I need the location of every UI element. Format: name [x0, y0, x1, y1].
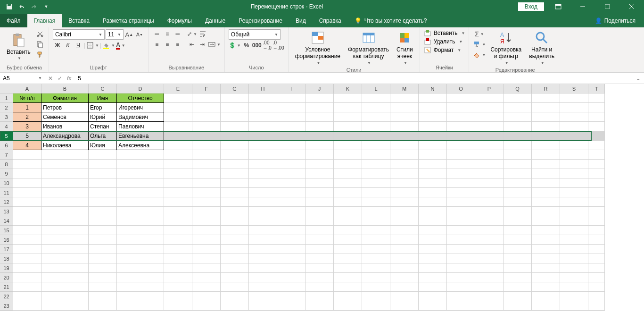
column-header[interactable]: F	[192, 84, 221, 93]
cell[interactable]	[504, 235, 532, 245]
cell[interactable]	[532, 188, 560, 197]
cell[interactable]	[419, 226, 447, 235]
cell[interactable]	[249, 273, 277, 282]
cell[interactable]	[362, 273, 390, 282]
merge-button[interactable]: ▼	[208, 40, 221, 49]
cell[interactable]	[362, 178, 390, 188]
cell[interactable]	[117, 160, 164, 169]
cell[interactable]	[588, 131, 605, 141]
row-header[interactable]: 10	[0, 178, 13, 188]
expand-formula-bar-icon[interactable]: ⌄	[633, 75, 644, 82]
cell[interactable]	[532, 131, 560, 141]
cell[interactable]	[221, 93, 249, 103]
cell[interactable]	[277, 150, 305, 160]
cell[interactable]	[41, 169, 89, 178]
cell[interactable]	[588, 188, 605, 197]
cell[interactable]	[277, 216, 305, 226]
cell[interactable]	[249, 292, 277, 301]
login-button[interactable]: Вход	[518, 2, 544, 11]
cell[interactable]	[192, 207, 221, 216]
cell[interactable]	[305, 112, 334, 122]
cell[interactable]	[249, 141, 277, 150]
column-header[interactable]: D	[117, 84, 164, 93]
cell[interactable]	[249, 301, 277, 311]
cell[interactable]	[532, 207, 560, 216]
cell[interactable]	[249, 216, 277, 226]
cell[interactable]	[249, 93, 277, 103]
cell[interactable]	[117, 150, 164, 160]
qa-customize-icon[interactable]: ▼	[41, 1, 52, 12]
cell[interactable]	[475, 169, 504, 178]
cell[interactable]	[117, 197, 164, 207]
cell[interactable]	[588, 235, 605, 245]
cell[interactable]	[419, 93, 447, 103]
cell[interactable]	[419, 103, 447, 112]
cell[interactable]	[305, 301, 334, 311]
cell[interactable]	[504, 254, 532, 263]
row-header[interactable]: 7	[0, 150, 13, 160]
increase-font-button[interactable]: A▲	[124, 30, 134, 39]
cell[interactable]	[13, 292, 41, 301]
cell[interactable]	[475, 292, 504, 301]
tab-insert[interactable]: Вставка	[62, 14, 96, 27]
cell[interactable]	[419, 235, 447, 245]
cell[interactable]	[41, 207, 89, 216]
cell[interactable]	[390, 235, 419, 245]
cell[interactable]	[89, 197, 117, 207]
cell[interactable]	[362, 226, 390, 235]
cell[interactable]	[277, 160, 305, 169]
cell[interactable]	[447, 216, 475, 226]
cell[interactable]	[221, 169, 249, 178]
cell[interactable]	[249, 112, 277, 122]
cell[interactable]	[447, 150, 475, 160]
cell[interactable]	[89, 235, 117, 245]
tab-home[interactable]: Главная	[27, 14, 62, 27]
tab-page-layout[interactable]: Разметка страницы	[96, 14, 161, 27]
column-header[interactable]: I	[277, 84, 305, 93]
cell[interactable]	[475, 207, 504, 216]
cell[interactable]	[221, 160, 249, 169]
cell[interactable]	[164, 216, 192, 226]
cell[interactable]	[362, 292, 390, 301]
cell[interactable]	[13, 188, 41, 197]
cell[interactable]	[164, 122, 192, 131]
cell[interactable]	[221, 207, 249, 216]
cell[interactable]: Николаева	[41, 141, 89, 150]
cell[interactable]	[447, 292, 475, 301]
column-header[interactable]: T	[588, 84, 605, 93]
cell[interactable]	[532, 282, 560, 292]
clear-button[interactable]: ▼	[473, 50, 486, 59]
cell[interactable]	[164, 131, 192, 141]
cell[interactable]	[334, 273, 362, 282]
cell-styles-button[interactable]: Стили ячеек▼	[394, 29, 416, 66]
cell[interactable]	[277, 235, 305, 245]
cell[interactable]	[305, 131, 334, 141]
cell[interactable]	[560, 160, 588, 169]
cell[interactable]	[504, 103, 532, 112]
cell[interactable]	[560, 188, 588, 197]
cell[interactable]	[560, 254, 588, 263]
cell[interactable]	[13, 301, 41, 311]
format-as-table-button[interactable]: Форматировать как таблицу▼	[345, 29, 392, 66]
cell[interactable]	[362, 282, 390, 292]
cell[interactable]	[164, 282, 192, 292]
cell[interactable]	[390, 254, 419, 263]
cell[interactable]	[117, 207, 164, 216]
cell[interactable]	[41, 197, 89, 207]
cell[interactable]	[560, 301, 588, 311]
cell[interactable]	[305, 254, 334, 263]
cell[interactable]	[305, 188, 334, 197]
align-left-button[interactable]: ≡	[152, 40, 162, 49]
cell[interactable]	[588, 141, 605, 150]
cell[interactable]	[221, 254, 249, 263]
cell[interactable]: Игоревич	[117, 103, 164, 112]
row-header[interactable]: 15	[0, 226, 13, 235]
cell[interactable]	[249, 103, 277, 112]
cell[interactable]	[390, 160, 419, 169]
cell[interactable]	[390, 245, 419, 254]
cell[interactable]	[504, 178, 532, 188]
cell[interactable]	[221, 112, 249, 122]
cell[interactable]	[13, 226, 41, 235]
cell[interactable]	[390, 150, 419, 160]
cell[interactable]	[475, 245, 504, 254]
